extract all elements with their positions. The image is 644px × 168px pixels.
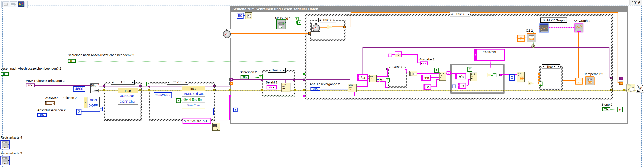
temp-case-selector[interactable]: ◀ True▼ ▶ bbox=[542, 64, 560, 69]
chevron-down-icon[interactable]: ▼ bbox=[463, 13, 465, 15]
build-xy-graph-express-vi[interactable]: ▸ ▸ bbox=[540, 24, 548, 33]
vi-icon[interactable] bbox=[18, 1, 24, 7]
loop-stop-terminal[interactable]: ● bbox=[617, 107, 623, 112]
true-constant[interactable]: T bbox=[434, 68, 439, 73]
conditional-terminal[interactable]: ↻ bbox=[492, 73, 496, 77]
case-prev-icon[interactable]: ◀ bbox=[168, 81, 169, 83]
chevron-down-icon[interactable]: ▼ bbox=[169, 94, 170, 96]
prop-row-xon-char[interactable]: XON Char bbox=[120, 94, 134, 98]
wait-ms-constant[interactable]: 50 bbox=[237, 13, 244, 19]
shift-register-right-visa[interactable]: ▲ bbox=[619, 77, 623, 80]
simple-error-handler-icon[interactable]: Error ?! bbox=[636, 84, 644, 92]
befehl-control[interactable]: abc▸ bbox=[266, 85, 277, 89]
string-constant-crlf[interactable]: \\r\n bbox=[421, 75, 431, 81]
unbundle-by-name-node[interactable]: ▸ XON XOFF bbox=[84, 97, 100, 108]
unit-conversion-node[interactable]: → * bbox=[575, 78, 582, 85]
format-datetime-icon[interactable]: JAN bbox=[212, 123, 220, 131]
empty-string-constant[interactable]: "" bbox=[388, 54, 392, 57]
ausgabe-indicator[interactable]: ▸abc bbox=[420, 62, 428, 65]
read-term-control[interactable]: TF▸ bbox=[1, 72, 9, 76]
buildxy-label-box[interactable]: Build XY Graph bbox=[540, 18, 567, 23]
case1-selector[interactable]: ◀ 1▼ ▶ bbox=[111, 80, 135, 85]
case-next-icon[interactable]: ▶ bbox=[558, 66, 559, 68]
chevron-down-icon[interactable]: ▼ bbox=[180, 81, 182, 83]
prop-row-asrl-end-out[interactable]: ASRL End Out bbox=[184, 92, 204, 95]
visa-ref-control[interactable]: I/O▸ bbox=[26, 83, 35, 87]
scan-from-string-icon[interactable]: ▨ % → ↘ DBL DBL bbox=[517, 72, 524, 82]
chevron-down-icon[interactable]: ▼ bbox=[330, 19, 332, 21]
numeric-constant-2[interactable]: 2 bbox=[76, 109, 82, 115]
string-constant-ss[interactable]: \\s\s bbox=[455, 73, 466, 79]
property-node-serial[interactable]: Instr ▸ASRL End Out ▸Send End En TermCha… bbox=[182, 86, 205, 109]
match-pattern-icon[interactable]: ab|c →c bbox=[369, 75, 376, 82]
read-case-selector[interactable]: ◀ True▼ ▶ bbox=[450, 12, 470, 17]
o2-indicator[interactable]: 1.23 DBL bbox=[527, 33, 536, 42]
unbundle-row-xoff[interactable]: XOFF bbox=[88, 103, 99, 108]
time-format-constant[interactable]: %Y-%m-%d -%H- bbox=[182, 118, 211, 124]
messung-control[interactable]: TF ▸ bbox=[276, 20, 286, 29]
baud-constant[interactable]: 4800 bbox=[73, 86, 85, 92]
temp-case-structure[interactable] bbox=[539, 66, 563, 90]
trim-whitespace-icon[interactable]: ← ä bbox=[395, 51, 402, 57]
string-constant-s2[interactable]: \\s bbox=[458, 83, 466, 89]
wait-ms-icon[interactable] bbox=[245, 12, 252, 19]
format-string-constant[interactable]: n %.;%f %f bbox=[474, 49, 505, 61]
numeric-constant-2b[interactable]: 2 bbox=[509, 74, 515, 81]
elapsed-time-icon[interactable] bbox=[222, 29, 231, 38]
registerkarte4-terminal[interactable]: ◀▶ ▸ bbox=[0, 140, 10, 149]
unit-conversion-node[interactable]: → * bbox=[517, 35, 524, 42]
stopp-control[interactable]: TF▸ bbox=[602, 107, 610, 111]
true-constant[interactable]: T bbox=[468, 67, 472, 72]
true-constant[interactable]: T bbox=[176, 98, 181, 103]
schreiben-control[interactable]: TF▸ bbox=[240, 75, 249, 79]
chevron-down-icon[interactable]: ▼ bbox=[279, 69, 281, 71]
search-replace-string-icon[interactable]: ▩⌄▩ □ # ■→ bbox=[439, 72, 446, 81]
wiring-arrow-icon[interactable] bbox=[10, 1, 17, 7]
case-prev-icon[interactable]: ◀ bbox=[269, 69, 270, 71]
case-next-icon[interactable]: ▶ bbox=[334, 19, 335, 21]
visa-configure-serial-icon[interactable]: VISA SERIAL bbox=[90, 83, 99, 93]
prop-row-send-end-en[interactable]: Send End En bbox=[184, 98, 202, 101]
case-next-icon[interactable]: ▶ bbox=[405, 66, 406, 68]
visa-close-icon[interactable]: VISA C bbox=[626, 84, 635, 92]
chevron-down-icon[interactable]: ▼ bbox=[554, 66, 556, 68]
visa-write-icon[interactable]: VISA abc W ▸ bbox=[282, 83, 290, 92]
case-next-icon[interactable]: ▶ bbox=[186, 81, 187, 83]
case-prev-icon[interactable]: ◀ bbox=[451, 13, 452, 15]
case-prev-icon[interactable]: ◀ bbox=[319, 19, 321, 21]
abschluss-control[interactable]: U8▸ bbox=[37, 113, 47, 117]
temperatur-indicator[interactable]: 1.23 DBL bbox=[585, 76, 594, 85]
loop-iteration-terminal[interactable]: i bbox=[233, 108, 238, 112]
hand-tool-icon[interactable] bbox=[2, 1, 9, 7]
property-node-xon[interactable]: Instr ▸XON Char ▸XOFF Char bbox=[118, 88, 138, 105]
shift-register-left[interactable]: ▼ bbox=[446, 71, 451, 75]
timing-case-selector[interactable]: ◀ True▼ ▶ bbox=[318, 18, 336, 23]
prop-row-xoff-char[interactable]: XOFF Char bbox=[120, 100, 136, 103]
chevron-down-icon[interactable]: ▼ bbox=[123, 81, 125, 83]
case-prev-icon[interactable]: ◀ bbox=[112, 81, 114, 83]
xonxoff-cluster-control[interactable]: ▸ bbox=[45, 101, 55, 105]
registerkarte3-terminal[interactable]: ◀▶ ▸ bbox=[0, 156, 10, 165]
elapsed-time-icon[interactable] bbox=[311, 23, 320, 32]
shift-register-left-time[interactable]: ▼ bbox=[230, 82, 233, 85]
for-loop-iteration-terminal[interactable]: i bbox=[452, 85, 456, 88]
visa-read-icon[interactable]: VISA abc R ▸ bbox=[348, 84, 356, 92]
unbundle-row-xon[interactable]: XON bbox=[88, 97, 99, 103]
case-prev-icon[interactable]: ◀ bbox=[389, 66, 390, 68]
string-constant-s[interactable]: \\s bbox=[424, 84, 431, 90]
termchar-ring-constant[interactable]: TermChar▼ bbox=[154, 92, 172, 98]
string-constant-11[interactable]: \\11 bbox=[358, 74, 368, 81]
case2-selector[interactable]: ◀ True▼ ▶ bbox=[167, 80, 188, 85]
concatenate-strings-icon[interactable] bbox=[410, 71, 417, 76]
prop-row-termchar[interactable]: TermChar bbox=[187, 104, 200, 107]
case-prev-icon[interactable]: ◀ bbox=[543, 66, 544, 68]
search-replace-string-icon[interactable]: ▩⌄▩ □ # ■→ bbox=[470, 73, 477, 81]
case-next-icon[interactable]: ▶ bbox=[283, 69, 285, 71]
false-case-selector[interactable]: ◀ False▼ ▶ bbox=[388, 65, 407, 69]
anz-control[interactable]: U32▸ bbox=[310, 87, 320, 91]
case-next-icon[interactable]: ▶ bbox=[132, 81, 134, 83]
shift-register-right-time[interactable]: ▲ bbox=[619, 82, 623, 85]
case-next-icon[interactable]: ▶ bbox=[468, 13, 469, 15]
write-case-selector[interactable]: ◀ True▼ ▶ bbox=[268, 68, 286, 73]
chevron-down-icon[interactable]: ▼ bbox=[401, 66, 402, 68]
